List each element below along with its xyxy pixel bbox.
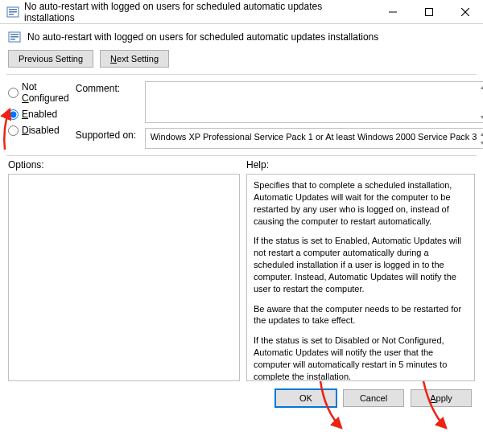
svg-rect-1: [9, 9, 17, 10]
window-controls: [374, 0, 483, 23]
svg-rect-3: [9, 14, 14, 15]
help-box[interactable]: Specifies that to complete a scheduled i…: [246, 174, 475, 381]
radio-label: Disabled: [22, 125, 60, 136]
supported-label: Supported on:: [76, 128, 140, 141]
svg-rect-5: [425, 8, 432, 15]
svg-rect-9: [10, 34, 19, 35]
radio-enabled-input[interactable]: [8, 109, 19, 120]
options-column: Options:: [8, 159, 240, 381]
comment-row: Comment: ▴▾: [76, 81, 483, 123]
help-text: Be aware that the computer needs to be r…: [254, 303, 468, 327]
state-radios: Not Configured Enabled Disabled: [8, 81, 69, 149]
svg-rect-11: [10, 39, 15, 40]
policy-icon: [6, 6, 19, 18]
supported-value: Windows XP Professional Service Pack 1 o…: [151, 132, 477, 142]
help-column: Help: Specifies that to complete a sched…: [246, 159, 475, 381]
radio-label: Enabled: [22, 109, 57, 120]
ok-button[interactable]: OK: [275, 389, 336, 407]
options-label: Options:: [8, 159, 240, 171]
supported-textbox: Windows XP Professional Service Pack 1 o…: [145, 128, 483, 149]
apply-button[interactable]: Apply: [411, 389, 472, 407]
nav-buttons: Previous Setting Next Setting: [0, 47, 483, 74]
help-text: If the status is set to Disabled or Not …: [254, 335, 468, 381]
previous-setting-button[interactable]: Previous Setting: [8, 50, 93, 68]
help-text: If the status is set to Enabled, Automat…: [254, 235, 468, 294]
comment-label: Comment:: [76, 81, 140, 94]
radio-disabled-input[interactable]: [8, 125, 19, 136]
config-section: Not Configured Enabled Disabled Comment:…: [0, 75, 483, 155]
scrollbar-hint: ▴▾: [477, 83, 483, 121]
policy-icon: [8, 31, 21, 43]
radio-label: Not Configured: [22, 81, 69, 104]
policy-name: No auto-restart with logged on users for…: [27, 31, 378, 43]
radio-enabled[interactable]: Enabled: [8, 109, 69, 120]
policy-header: No auto-restart with logged on users for…: [0, 24, 483, 47]
comment-textbox[interactable]: ▴▾: [145, 81, 483, 123]
minimize-button[interactable]: [374, 0, 411, 23]
meta-fields: Comment: ▴▾ Supported on: Windows XP Pro…: [76, 81, 483, 149]
svg-rect-2: [9, 11, 17, 13]
help-label: Help:: [246, 159, 475, 171]
next-setting-button[interactable]: Next Setting: [100, 50, 169, 68]
scrollbar-hint: ▴▾: [477, 129, 483, 147]
radio-disabled[interactable]: Disabled: [8, 125, 69, 136]
policy-editor-window: No auto-restart with logged on users for…: [0, 0, 483, 448]
cancel-button[interactable]: Cancel: [343, 389, 404, 407]
maximize-button[interactable]: [411, 0, 447, 23]
footer-buttons: OK Cancel Apply: [0, 381, 483, 407]
radio-not-configured-input[interactable]: [8, 88, 19, 98]
radio-not-configured[interactable]: Not Configured: [8, 81, 69, 104]
close-button[interactable]: [447, 0, 483, 23]
svg-rect-10: [10, 36, 19, 38]
window-title: No auto-restart with logged on users for…: [24, 1, 374, 23]
help-text: Specifies that to complete a scheduled i…: [254, 179, 468, 227]
lower-section: Options: Help: Specifies that to complet…: [0, 156, 483, 381]
titlebar: No auto-restart with logged on users for…: [0, 0, 483, 24]
supported-row: Supported on: Windows XP Professional Se…: [76, 128, 483, 149]
options-box[interactable]: [8, 174, 240, 381]
